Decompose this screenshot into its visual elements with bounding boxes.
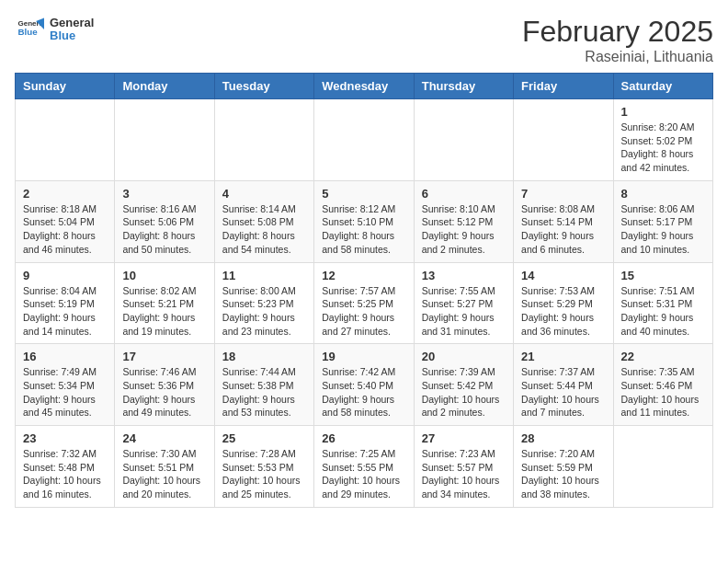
day-number: 21 [521, 350, 605, 363]
calendar-cell [214, 99, 313, 181]
day-info: Sunrise: 8:10 AM Sunset: 5:12 PM Dayligh… [422, 202, 506, 257]
day-number: 9 [23, 269, 107, 282]
day-number: 28 [521, 431, 605, 445]
day-info: Sunrise: 7:39 AM Sunset: 5:42 PM Dayligh… [422, 365, 506, 419]
logo-text-general: General [50, 17, 94, 29]
day-number: 13 [422, 269, 506, 282]
calendar-cell: 8Sunrise: 8:06 AM Sunset: 5:17 PM Daylig… [613, 180, 712, 262]
day-info: Sunrise: 8:06 AM Sunset: 5:17 PM Dayligh… [621, 202, 705, 257]
calendar-cell: 19Sunrise: 7:42 AM Sunset: 5:40 PM Dayli… [314, 344, 414, 426]
day-number: 20 [422, 350, 506, 363]
day-number: 6 [422, 187, 506, 201]
calendar-cell [16, 99, 115, 181]
day-number: 18 [222, 350, 306, 363]
calendar-cell: 15Sunrise: 7:51 AM Sunset: 5:31 PM Dayli… [613, 262, 712, 344]
page-header: General Blue General Blue February 2025 … [15, 15, 713, 65]
calendar-week-row: 1Sunrise: 8:20 AM Sunset: 5:02 PM Daylig… [16, 99, 713, 181]
calendar-cell: 7Sunrise: 8:08 AM Sunset: 5:14 PM Daylig… [514, 180, 613, 262]
day-number: 27 [422, 431, 506, 445]
calendar-cell: 22Sunrise: 7:35 AM Sunset: 5:46 PM Dayli… [613, 344, 712, 426]
logo: General Blue General Blue [15, 15, 94, 44]
calendar-cell: 25Sunrise: 7:28 AM Sunset: 5:53 PM Dayli… [214, 426, 313, 508]
weekday-header-thursday: Thursday [414, 74, 513, 99]
day-number: 23 [23, 431, 107, 445]
day-number: 8 [621, 187, 705, 201]
weekday-header-sunday: Sunday [16, 74, 115, 99]
calendar-cell: 10Sunrise: 8:02 AM Sunset: 5:21 PM Dayli… [115, 262, 214, 344]
calendar-cell: 17Sunrise: 7:46 AM Sunset: 5:36 PM Dayli… [115, 344, 214, 426]
day-info: Sunrise: 7:55 AM Sunset: 5:27 PM Dayligh… [422, 284, 506, 339]
day-number: 4 [222, 187, 306, 201]
day-number: 5 [322, 187, 405, 201]
day-number: 22 [621, 350, 705, 363]
calendar-cell: 2Sunrise: 8:18 AM Sunset: 5:04 PM Daylig… [16, 180, 115, 262]
day-info: Sunrise: 8:08 AM Sunset: 5:14 PM Dayligh… [521, 202, 605, 257]
calendar-cell [613, 426, 712, 508]
day-number: 3 [122, 187, 206, 201]
day-info: Sunrise: 7:51 AM Sunset: 5:31 PM Dayligh… [621, 284, 705, 339]
calendar-cell [414, 99, 513, 181]
calendar-cell: 26Sunrise: 7:25 AM Sunset: 5:55 PM Dayli… [314, 426, 414, 508]
weekday-header-tuesday: Tuesday [214, 74, 313, 99]
weekday-header-friday: Friday [514, 74, 613, 99]
calendar-week-row: 2Sunrise: 8:18 AM Sunset: 5:04 PM Daylig… [16, 180, 713, 262]
weekday-header-wednesday: Wednesday [314, 74, 414, 99]
calendar-cell: 27Sunrise: 7:23 AM Sunset: 5:57 PM Dayli… [414, 426, 513, 508]
day-number: 24 [122, 431, 206, 445]
calendar-cell: 13Sunrise: 7:55 AM Sunset: 5:27 PM Dayli… [414, 262, 513, 344]
day-number: 2 [23, 187, 107, 201]
calendar-cell: 6Sunrise: 8:10 AM Sunset: 5:12 PM Daylig… [414, 180, 513, 262]
day-info: Sunrise: 8:00 AM Sunset: 5:23 PM Dayligh… [222, 284, 306, 339]
day-number: 19 [322, 350, 405, 363]
calendar-cell [115, 99, 214, 181]
day-info: Sunrise: 7:53 AM Sunset: 5:29 PM Dayligh… [521, 284, 605, 339]
month-title: February 2025 [522, 15, 713, 49]
day-info: Sunrise: 7:20 AM Sunset: 5:59 PM Dayligh… [521, 447, 605, 501]
weekday-header-saturday: Saturday [613, 74, 712, 99]
calendar-cell: 16Sunrise: 7:49 AM Sunset: 5:34 PM Dayli… [16, 344, 115, 426]
calendar-cell [514, 99, 613, 181]
title-area: February 2025 Raseiniai, Lithuania [522, 15, 713, 65]
location-title: Raseiniai, Lithuania [522, 49, 713, 65]
calendar-week-row: 9Sunrise: 8:04 AM Sunset: 5:19 PM Daylig… [16, 262, 713, 344]
calendar-cell [314, 99, 414, 181]
day-info: Sunrise: 7:35 AM Sunset: 5:46 PM Dayligh… [621, 365, 705, 419]
day-info: Sunrise: 7:23 AM Sunset: 5:57 PM Dayligh… [422, 447, 506, 501]
calendar-cell: 1Sunrise: 8:20 AM Sunset: 5:02 PM Daylig… [613, 99, 712, 181]
day-info: Sunrise: 8:14 AM Sunset: 5:08 PM Dayligh… [222, 202, 306, 257]
calendar-cell: 23Sunrise: 7:32 AM Sunset: 5:48 PM Dayli… [16, 426, 115, 508]
calendar-cell: 18Sunrise: 7:44 AM Sunset: 5:38 PM Dayli… [214, 344, 313, 426]
calendar-cell: 14Sunrise: 7:53 AM Sunset: 5:29 PM Dayli… [514, 262, 613, 344]
day-number: 14 [521, 269, 605, 282]
calendar-week-row: 16Sunrise: 7:49 AM Sunset: 5:34 PM Dayli… [16, 344, 713, 426]
day-info: Sunrise: 7:42 AM Sunset: 5:40 PM Dayligh… [322, 365, 405, 419]
day-info: Sunrise: 7:32 AM Sunset: 5:48 PM Dayligh… [23, 447, 107, 501]
day-info: Sunrise: 7:37 AM Sunset: 5:44 PM Dayligh… [521, 365, 605, 419]
day-info: Sunrise: 7:46 AM Sunset: 5:36 PM Dayligh… [122, 365, 206, 419]
day-number: 1 [621, 105, 705, 119]
day-info: Sunrise: 7:57 AM Sunset: 5:25 PM Dayligh… [322, 284, 405, 339]
day-info: Sunrise: 8:02 AM Sunset: 5:21 PM Dayligh… [122, 284, 206, 339]
calendar-cell: 3Sunrise: 8:16 AM Sunset: 5:06 PM Daylig… [115, 180, 214, 262]
day-number: 11 [222, 269, 306, 282]
logo-text-blue: Blue [50, 29, 94, 42]
calendar-cell: 21Sunrise: 7:37 AM Sunset: 5:44 PM Dayli… [514, 344, 613, 426]
calendar-cell: 24Sunrise: 7:30 AM Sunset: 5:51 PM Dayli… [115, 426, 214, 508]
calendar-cell: 28Sunrise: 7:20 AM Sunset: 5:59 PM Dayli… [514, 426, 613, 508]
day-info: Sunrise: 7:30 AM Sunset: 5:51 PM Dayligh… [122, 447, 206, 501]
day-number: 7 [521, 187, 605, 201]
day-info: Sunrise: 8:20 AM Sunset: 5:02 PM Dayligh… [621, 121, 705, 175]
day-info: Sunrise: 8:12 AM Sunset: 5:10 PM Dayligh… [322, 202, 405, 257]
day-info: Sunrise: 8:04 AM Sunset: 5:19 PM Dayligh… [23, 284, 107, 339]
calendar-cell: 9Sunrise: 8:04 AM Sunset: 5:19 PM Daylig… [16, 262, 115, 344]
weekday-header-row: SundayMondayTuesdayWednesdayThursdayFrid… [16, 74, 713, 99]
day-info: Sunrise: 7:44 AM Sunset: 5:38 PM Dayligh… [222, 365, 306, 419]
logo-icon: General Blue [15, 15, 44, 44]
day-info: Sunrise: 8:16 AM Sunset: 5:06 PM Dayligh… [122, 202, 206, 257]
day-info: Sunrise: 7:49 AM Sunset: 5:34 PM Dayligh… [23, 365, 107, 419]
calendar-cell: 4Sunrise: 8:14 AM Sunset: 5:08 PM Daylig… [214, 180, 313, 262]
calendar-cell: 20Sunrise: 7:39 AM Sunset: 5:42 PM Dayli… [414, 344, 513, 426]
svg-text:Blue: Blue [18, 27, 39, 37]
weekday-header-monday: Monday [115, 74, 214, 99]
day-info: Sunrise: 7:25 AM Sunset: 5:55 PM Dayligh… [322, 447, 405, 501]
